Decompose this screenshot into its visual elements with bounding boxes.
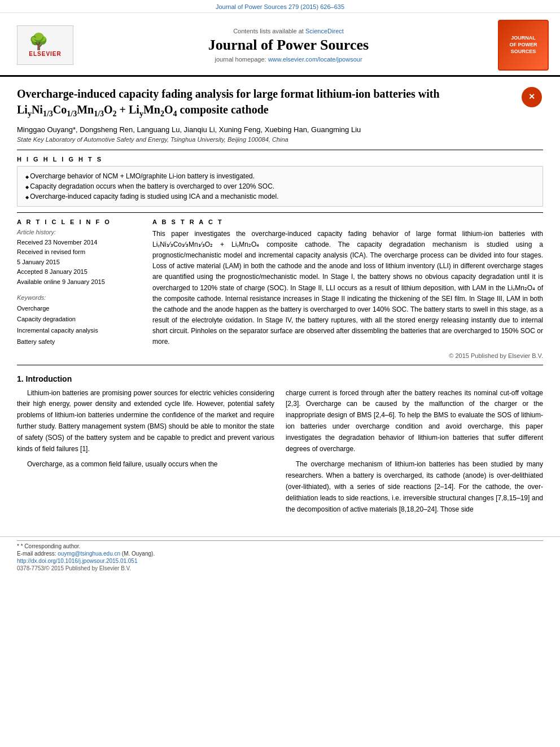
article-history-title: Article history:: [17, 229, 141, 235]
main-content: Overcharge-induced capacity fading analy…: [0, 77, 560, 531]
corresponding-note: * * Corresponding author.: [17, 543, 543, 549]
abstract-label: A B S T R A C T: [152, 219, 543, 225]
journal-header: 🌳 ELSEVIER Contents lists available at S…: [0, 13, 560, 77]
keyword-3: Incremental capacity analysis: [17, 325, 141, 337]
elsevier-logo: 🌳 ELSEVIER: [11, 25, 79, 65]
journal-center: Contents lists available at ScienceDirec…: [79, 28, 498, 63]
doi-link[interactable]: http://dx.doi.org/10.1016/j.jpowsour.201…: [17, 558, 138, 564]
article-history-block: Article history: Received 23 November 20…: [17, 229, 141, 287]
journal-logo-text: JOURNAL OF POWER SOURCES: [508, 33, 540, 57]
footer-divider: [17, 540, 543, 541]
affiliation: State Key Laboratory of Automotive Safet…: [17, 136, 543, 143]
divider-3: [17, 365, 543, 365]
elsevier-tree-icon: 🌳: [29, 34, 61, 50]
keywords-block: Keywords: Overcharge Capacity degradatio…: [17, 294, 141, 348]
divider-1: [17, 150, 543, 150]
list-item: Overcharge-induced capacity fading is st…: [25, 191, 535, 202]
list-item: Capacity degradation occurs when the bat…: [25, 181, 535, 191]
highlights-label: H I G H L I G H T S: [17, 156, 543, 163]
abstract-text: This paper investigates the overcharge-i…: [152, 229, 543, 348]
email-link[interactable]: ouymg@tsinghua.edu.cn: [58, 551, 120, 557]
highlights-list: Overcharge behavior of NCM + LMO/graphit…: [25, 171, 535, 202]
intro-body-columns: Lithium-ion batteries are promising powe…: [17, 388, 543, 520]
copyright: © 2015 Published by Elsevier B.V.: [152, 352, 543, 359]
homepage-line: journal homepage: www.elsevier.com/locat…: [79, 56, 498, 63]
intro-heading: 1. Introduction: [17, 374, 543, 383]
received-date: Received 23 November 2014: [17, 238, 141, 248]
contents-line: Contents lists available at ScienceDirec…: [79, 28, 498, 34]
intro-left-col: Lithium-ion batteries are promising powe…: [17, 388, 274, 520]
crossmark-icon: ✕: [522, 87, 542, 107]
divider-2: [17, 212, 543, 213]
abstract-col: A B S T R A C T This paper investigates …: [152, 219, 543, 359]
keywords-title: Keywords:: [17, 294, 141, 301]
elsevier-name: ELSEVIER: [29, 51, 61, 57]
journal-reference: Journal of Power Sources 279 (2015) 626–…: [0, 0, 560, 13]
paper-title: Overcharge-induced capacity fading analy…: [17, 86, 543, 120]
journal-title: Journal of Power Sources: [79, 37, 498, 54]
intro-p3: charge current is forced through after t…: [286, 388, 543, 455]
list-item: Overcharge behavior of NCM + LMO/graphit…: [25, 171, 535, 181]
intro-right-col: charge current is forced through after t…: [286, 388, 543, 520]
doi-line: http://dx.doi.org/10.1016/j.jpowsour.201…: [17, 558, 543, 564]
keyword-4: Battery safety: [17, 337, 141, 348]
authors: Minggao Ouyang*, Dongsheng Ren, Languang…: [17, 125, 543, 134]
revised-date: 5 January 2015: [17, 257, 141, 268]
highlights-box: Overcharge behavior of NCM + LMO/graphit…: [17, 166, 543, 207]
homepage-link[interactable]: www.elsevier.com/locate/jpowsour: [268, 56, 362, 63]
email-note: E-mail address: ouymg@tsinghua.edu.cn (M…: [17, 551, 543, 557]
accepted-date: Accepted 8 January 2015: [17, 267, 141, 277]
article-info-col: A R T I C L E I N F O Article history: R…: [17, 219, 141, 359]
highlights-section: H I G H L I G H T S Overcharge behavior …: [17, 156, 543, 207]
article-info-label: A R T I C L E I N F O: [17, 219, 141, 225]
article-abstract-columns: A R T I C L E I N F O Article history: R…: [17, 219, 543, 359]
issn-line: 0378-7753/© 2015 Published by Elsevier B…: [17, 565, 543, 571]
intro-section: 1. Introduction Lithium-ion batteries ar…: [17, 374, 543, 520]
footer: * * Corresponding author. E-mail address…: [0, 536, 560, 574]
crossmark: ✕: [520, 86, 543, 108]
intro-p2: Overcharge, as a common field failure, u…: [17, 459, 274, 470]
journal-logo-right: JOURNAL OF POWER SOURCES: [498, 20, 549, 71]
intro-p1: Lithium-ion batteries are promising powe…: [17, 388, 274, 455]
available-date: Available online 9 January 2015: [17, 277, 141, 287]
keyword-1: Overcharge: [17, 303, 141, 314]
keywords-list: Overcharge Capacity degradation Incremen…: [17, 303, 141, 348]
keyword-2: Capacity degradation: [17, 314, 141, 325]
sciencedirect-link[interactable]: ScienceDirect: [305, 28, 344, 34]
revised-label: Received in revised form: [17, 247, 141, 257]
intro-p4: The overcharge mechanism of lithium-ion …: [286, 459, 543, 515]
